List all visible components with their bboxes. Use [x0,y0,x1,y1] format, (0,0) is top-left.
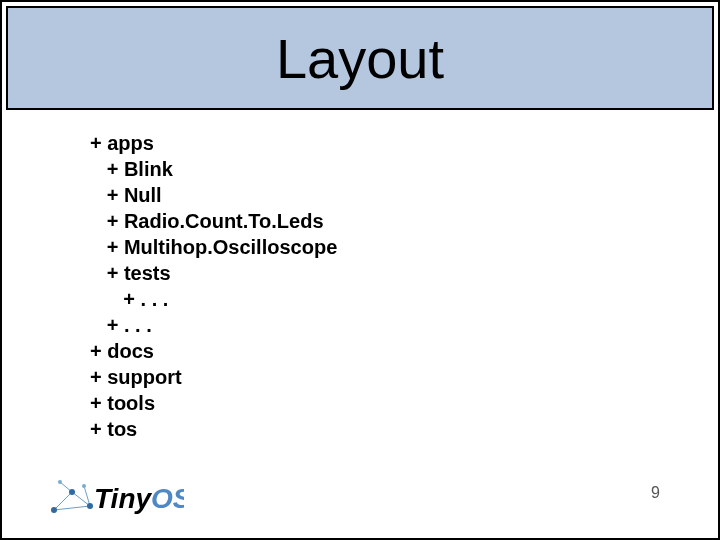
slide: Layout + apps + Blink + Null + Radio.Cou… [0,0,720,540]
logo-text: TinyOS [94,483,184,514]
svg-point-8 [58,480,62,484]
tree-node: + docs [90,338,337,364]
tree-node: + Radio.Count.To.Leds [90,208,337,234]
tree-node: + Blink [90,156,337,182]
title-band: Layout [6,6,714,110]
tree-node: + tos [90,416,337,442]
svg-line-1 [72,492,90,506]
tinyos-logo: TinyOS [46,476,184,520]
svg-point-9 [82,484,86,488]
tree-node: + . . . [90,312,337,338]
tree-node: + Null [90,182,337,208]
tree-node: + support [90,364,337,390]
svg-point-5 [51,507,57,513]
tree-node: + tests [90,260,337,286]
page-number: 9 [651,484,660,502]
directory-tree: + apps + Blink + Null + Radio.Count.To.L… [90,130,337,442]
svg-line-2 [54,506,90,510]
tree-node: + Multihop.Oscilloscope [90,234,337,260]
svg-line-0 [54,492,72,510]
slide-title: Layout [276,26,444,91]
svg-line-4 [84,486,90,506]
tree-node: + . . . [90,286,337,312]
svg-point-7 [87,503,93,509]
tree-node: + apps [90,130,337,156]
svg-point-6 [69,489,75,495]
tree-node: + tools [90,390,337,416]
